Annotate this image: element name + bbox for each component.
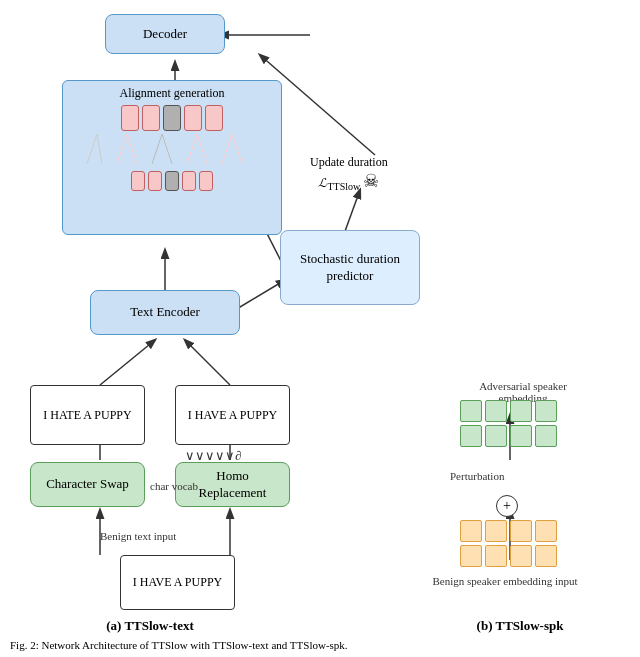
adv-token-8 bbox=[535, 425, 557, 447]
character-swap-label: Character Swap bbox=[46, 476, 129, 493]
ihave-bottom-text: I HAVE A PUPPY bbox=[133, 574, 222, 591]
svg-line-18 bbox=[127, 134, 137, 164]
alignment-connections bbox=[72, 134, 272, 169]
token-pink-3 bbox=[184, 105, 202, 131]
adversarial-tokens bbox=[460, 400, 557, 447]
adv-token-5 bbox=[460, 425, 482, 447]
label-ttslowtext: (a) TTSlow-text bbox=[60, 618, 240, 634]
spk-token-2 bbox=[485, 520, 507, 542]
ihate-text: I HATE A PUPPY bbox=[43, 407, 131, 424]
adv-token-6 bbox=[485, 425, 507, 447]
diagram-container: Decoder Alignment generation bbox=[0, 0, 640, 657]
homo-symbols: ∨∨∨∨∨∂ bbox=[185, 448, 241, 464]
token-pink-4 bbox=[205, 105, 223, 131]
update-duration-label: Update duration ℒTTSlow ☠ bbox=[310, 155, 388, 192]
spk-token-6 bbox=[485, 545, 507, 567]
spk-token-3 bbox=[510, 520, 532, 542]
perturbation-label: Perturbation bbox=[450, 470, 504, 482]
alignment-panel: Alignment generation bbox=[62, 80, 282, 235]
svg-line-4 bbox=[100, 340, 155, 385]
svg-line-20 bbox=[162, 134, 172, 164]
stochastic-box: Stochastic duration predictor bbox=[280, 230, 420, 305]
ihate-box: I HATE A PUPPY bbox=[30, 385, 145, 445]
plus-circle: + bbox=[496, 495, 518, 517]
svg-line-22 bbox=[197, 134, 207, 164]
ihave-right-box: I HAVE A PUPPY bbox=[175, 385, 290, 445]
spk-token-1 bbox=[460, 520, 482, 542]
svg-line-21 bbox=[187, 134, 197, 164]
svg-line-5 bbox=[185, 340, 230, 385]
adv-token-2 bbox=[485, 400, 507, 422]
char-vocab-label: char vocab bbox=[150, 480, 198, 492]
spk-token-7 bbox=[510, 545, 532, 567]
decoder-label: Decoder bbox=[143, 26, 187, 43]
skull-symbol: ☠ bbox=[363, 171, 379, 191]
token-pink-2 bbox=[142, 105, 160, 131]
svg-line-17 bbox=[117, 134, 127, 164]
text-encoder-box: Text Encoder bbox=[90, 290, 240, 335]
benign-speaker-label: Benign speaker embedding input bbox=[425, 575, 585, 587]
ihave-bottom-box: I HAVE A PUPPY bbox=[120, 555, 235, 610]
adv-token-1 bbox=[460, 400, 482, 422]
figure-caption: Fig. 2: Network Architecture of TTSlow w… bbox=[0, 636, 640, 655]
token-small-2 bbox=[148, 171, 162, 191]
alignment-label: Alignment generation bbox=[63, 86, 281, 101]
adv-token-7 bbox=[510, 425, 532, 447]
svg-line-15 bbox=[87, 134, 97, 164]
text-encoder-label: Text Encoder bbox=[130, 304, 199, 321]
spk-token-4 bbox=[535, 520, 557, 542]
benign-speaker-tokens bbox=[460, 520, 557, 567]
svg-line-23 bbox=[222, 134, 232, 164]
svg-line-7 bbox=[235, 280, 285, 310]
spk-token-8 bbox=[535, 545, 557, 567]
token-small-3 bbox=[182, 171, 196, 191]
token-small-gray bbox=[165, 171, 179, 191]
token-small-1 bbox=[131, 171, 145, 191]
token-gray-1 bbox=[163, 105, 181, 131]
token-pink-1 bbox=[121, 105, 139, 131]
decoder-box: Decoder bbox=[105, 14, 225, 54]
spk-token-5 bbox=[460, 545, 482, 567]
token-small-4 bbox=[199, 171, 213, 191]
svg-line-19 bbox=[152, 134, 162, 164]
stochastic-label: Stochastic duration predictor bbox=[287, 251, 413, 285]
character-swap-box: Character Swap bbox=[30, 462, 145, 507]
adv-token-3 bbox=[510, 400, 532, 422]
svg-line-16 bbox=[97, 134, 102, 164]
svg-line-24 bbox=[232, 134, 242, 164]
label-ttslowspk: (b) TTSlow-spk bbox=[430, 618, 610, 634]
adv-token-4 bbox=[535, 400, 557, 422]
benign-text-label: Benign text input bbox=[100, 530, 176, 542]
ihave-right-text: I HAVE A PUPPY bbox=[188, 407, 277, 424]
